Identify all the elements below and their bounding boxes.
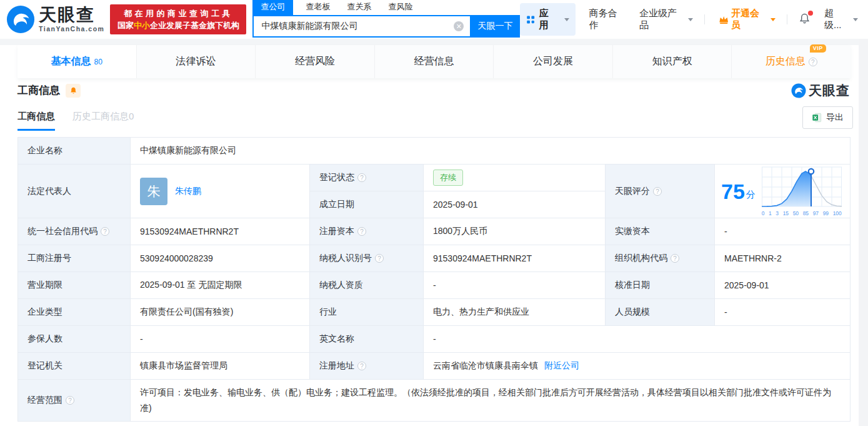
score-axis-tick: 50 xyxy=(793,210,799,216)
tab-company-development[interactable]: 公司发展 xyxy=(494,45,613,78)
tianyancha-logo-icon xyxy=(791,83,806,98)
brand-name: 天眼查 xyxy=(39,6,104,24)
nav-open-membership[interactable]: 开通会员 xyxy=(719,8,776,31)
avatar[interactable]: 朱 xyxy=(140,178,167,205)
field-label: 核准日期 xyxy=(606,272,715,299)
vip-badge: VIP xyxy=(810,44,826,53)
credit-code-value: 91530924MAETHRNR2T xyxy=(131,218,310,245)
tab-operating-risk[interactable]: 经营风险 xyxy=(256,45,375,78)
business-term-value: 2025-09-01 至 无固定期限 xyxy=(131,272,310,299)
tab-intellectual-property[interactable]: 知识产权 xyxy=(613,45,732,78)
legal-rep-link[interactable]: 朱传鹏 xyxy=(175,186,201,197)
status-badge: 存续 xyxy=(433,170,463,186)
divider xyxy=(787,14,787,24)
slogan-line2: 国家中小企业发展子基金旗下机构 xyxy=(117,21,239,29)
help-icon[interactable]: ? xyxy=(357,362,366,370)
business-scope-value: 许可项目：发电业务、输电业务、供（配）电业务；建设工程监理。（依法须经批准的项目… xyxy=(131,380,851,422)
search-button[interactable]: 天眼一下 xyxy=(470,15,520,38)
notifications-bell[interactable] xyxy=(799,13,811,27)
help-icon[interactable]: ? xyxy=(375,254,384,263)
search-tab-risk[interactable]: 查风险 xyxy=(388,1,412,15)
field-label: 天眼评分? xyxy=(606,165,715,218)
score-value: 75 xyxy=(721,181,745,202)
field-label: 成立日期 xyxy=(310,191,424,218)
help-icon[interactable]: ? xyxy=(671,254,679,263)
search-input[interactable] xyxy=(252,15,470,38)
field-label: 纳税人识别号? xyxy=(310,245,424,272)
help-icon[interactable]: ? xyxy=(101,227,109,236)
score-axis-tick: 97 xyxy=(813,210,819,216)
excel-icon xyxy=(812,113,822,123)
search-tab-boss[interactable]: 查老板 xyxy=(306,1,330,15)
staff-size-value: - xyxy=(715,299,851,326)
brand-domain: TianYanCha.com xyxy=(39,26,104,33)
company-name-value: 中煤镇康新能源有限公司 xyxy=(131,138,851,165)
field-label: 企业名称 xyxy=(18,138,131,165)
help-icon[interactable]: ? xyxy=(357,227,366,236)
tab-business-info[interactable]: 经营信息 xyxy=(375,45,494,78)
field-label: 组织机构代码? xyxy=(606,245,715,272)
help-icon[interactable]: ? xyxy=(66,396,74,405)
tab-basic-info[interactable]: 基本信息80 xyxy=(17,45,137,78)
slogan-line1: 都在用的商业查询工具 xyxy=(124,9,233,18)
slogan-banner: 都在用的商业查询工具 国家中小企业发展子基金旗下机构 xyxy=(110,4,246,34)
tab-count: 80 xyxy=(94,58,102,66)
legal-rep-cell: 朱 朱传鹏 xyxy=(131,165,310,218)
search-tab-relation[interactable]: 查关系 xyxy=(347,1,371,15)
tianyan-score-cell[interactable]: 75 分 xyxy=(715,165,851,218)
tab-legal-litigation[interactable]: 法律诉讼 xyxy=(137,45,256,78)
subtab-business-registration[interactable]: 工商信息 xyxy=(17,111,55,131)
score-axis-tick: 0 xyxy=(762,210,765,216)
insured-count-value: - xyxy=(131,326,310,353)
field-label: 企业类型 xyxy=(18,299,131,326)
score-distribution-chart: 0 1 3 15 50 85 97 99 100 xyxy=(762,166,842,216)
nav-enterprise-products[interactable]: 企业级产品 xyxy=(639,8,693,31)
field-label: 登记机关 xyxy=(18,353,131,380)
search-tabs: 查公司 查老板 查关系 查风险 xyxy=(252,1,520,15)
apps-menu-button[interactable]: 应用 xyxy=(520,3,575,36)
section-subtabs: 工商信息 历史工商信息0 xyxy=(17,111,151,131)
nav-business-cooperation[interactable]: 商务合作 xyxy=(589,8,626,31)
top-nav: 应用 商务合作 企业级产品 开通会员 超级... xyxy=(520,3,858,36)
org-code-value: MAETHRNR-2 xyxy=(715,245,851,272)
field-label: 行业 xyxy=(310,299,424,326)
reg-status-value: 存续 xyxy=(424,165,606,191)
bell-icon xyxy=(69,86,77,95)
score-axis-tick: 3 xyxy=(776,210,779,216)
field-label: 工商注册号 xyxy=(18,245,131,272)
help-icon[interactable]: ? xyxy=(653,187,662,196)
reg-number-value: 530924000028239 xyxy=(131,245,310,272)
divider xyxy=(704,14,705,24)
nearby-companies-link[interactable]: 附近公司 xyxy=(544,360,579,372)
field-label: 营业期限 xyxy=(18,272,131,299)
subtab-history-registration[interactable]: 历史工商信息0 xyxy=(72,111,134,131)
field-label: 统一社会信用代码? xyxy=(18,218,131,245)
monitor-bell-button[interactable] xyxy=(66,84,81,98)
tianyancha-logo[interactable]: 天眼查 TianYanCha.com xyxy=(6,5,104,34)
scrollbar[interactable] xyxy=(859,39,868,426)
field-label: 参保人数 xyxy=(18,326,131,353)
help-icon[interactable]: ? xyxy=(809,58,817,66)
score-marker-pin xyxy=(809,168,814,173)
help-icon[interactable]: ? xyxy=(357,173,366,182)
score-axis: 0 1 3 15 50 85 97 99 100 xyxy=(762,210,842,216)
taxpayer-quals-value: - xyxy=(424,272,606,299)
tab-history-info[interactable]: 历史信息 VIP ? xyxy=(732,45,851,78)
industry-value: 电力、热力生产和供应业 xyxy=(424,299,606,326)
company-type-value: 有限责任公司(国有独资) xyxy=(131,299,310,326)
reg-address-value: 云南省临沧市镇康县南伞镇 附近公司 xyxy=(424,353,851,380)
apps-grid-icon xyxy=(526,15,535,24)
export-button[interactable]: 导出 xyxy=(802,106,853,129)
top-header: 天眼查 TianYanCha.com 都在用的商业查询工具 国家中小企业发展子基… xyxy=(0,0,868,39)
field-label: 经营范围? xyxy=(18,380,131,422)
section-header: 工商信息 xyxy=(17,83,81,98)
notification-dot xyxy=(808,11,813,16)
chevron-down-icon xyxy=(853,18,858,21)
field-label: 注册资本? xyxy=(310,218,424,245)
watermark-logo: 天眼查 xyxy=(791,82,850,99)
logo-text: 天眼查 TianYanCha.com xyxy=(39,6,104,33)
nav-super-vip[interactable]: 超级... xyxy=(824,8,858,31)
search-tab-company[interactable]: 查公司 xyxy=(252,0,293,15)
tianyancha-logo-icon xyxy=(6,5,35,34)
chevron-down-icon xyxy=(564,18,569,21)
